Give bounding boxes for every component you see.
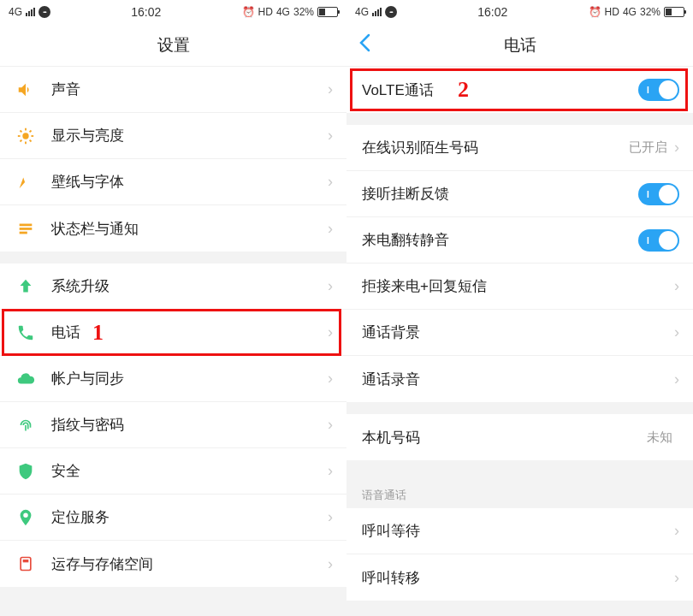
section-header: 语音通话 [346,472,693,508]
chevron-right-icon: › [328,173,333,191]
network-label: 4G [9,6,22,18]
network-label: 4G [355,6,369,18]
phone-row[interactable]: VoLTE通话2 [346,67,693,113]
phone-row[interactable]: 通话录音› [346,356,693,402]
phone-icon [15,323,36,343]
net-type: 4G [276,6,290,18]
row-label: 通话背景 [362,323,674,342]
annotation-number: 2 [458,77,469,103]
settings-row-fingerprint[interactable]: 指纹与密码› [0,402,346,448]
settings-row-wallpaper[interactable]: 壁纸与字体› [0,159,346,205]
hd-label: HD [258,6,273,18]
settings-row-cloud[interactable]: 帐户与同步› [0,356,346,402]
row-label: 本机号码 [362,428,647,447]
settings-list[interactable]: 声音›显示与亮度›壁纸与字体›状态栏与通知›系统升级›电话›1帐户与同步›指纹与… [0,67,346,616]
row-label: 拒接来电+回复短信 [362,276,674,296]
chevron-right-icon: › [328,80,333,98]
svg-line-5 [20,130,21,132]
phone-row[interactable]: 在线识别陌生号码已开启› [346,125,693,171]
phone-row[interactable]: 来电翻转静音 [346,217,693,264]
chevron-right-icon: › [328,370,333,388]
svg-rect-9 [20,224,33,227]
page-title: 设置 [157,34,190,56]
status-time: 16:02 [477,5,507,19]
battery-icon [317,7,338,17]
battery-pct: 32% [293,6,314,18]
chevron-right-icon: › [328,462,333,480]
annotation-number: 1 [92,320,104,346]
row-label: 状态栏与通知 [51,219,328,239]
row-label: 定位服务 [51,507,328,527]
svg-line-6 [30,139,32,141]
chat-icon [385,6,397,18]
storage-icon [15,554,36,574]
phone-row[interactable]: 呼叫等待› [346,508,693,554]
phone-row[interactable]: 通话背景› [346,310,693,356]
chevron-right-icon: › [328,416,333,434]
chevron-right-icon: › [674,323,679,341]
phone-settings-list[interactable]: VoLTE通话2在线识别陌生号码已开启›接听挂断反馈来电翻转静音拒接来电+回复短… [346,67,693,616]
cloud-icon [15,369,36,389]
chevron-right-icon: › [328,127,333,145]
row-label: 通话录音 [362,370,674,389]
svg-rect-13 [23,560,29,562]
row-label: VoLTE通话 [362,80,638,100]
phone-row[interactable]: 呼叫转移› [346,554,693,601]
phone-settings-screen: 4G 16:02 ⏰ HD 4G 32% 电话 VoLTE通话2在线识别陌生号码… [346,0,693,616]
phone-row[interactable]: 拒接来电+回复短信› [346,264,693,310]
toggle-switch[interactable] [638,183,679,205]
location-icon [15,507,36,528]
signal-icon [26,8,35,16]
battery-pct: 32% [640,6,660,18]
svg-point-0 [22,133,28,139]
row-label: 呼叫等待 [362,521,674,541]
security-icon [15,461,36,482]
svg-rect-11 [20,232,27,234]
toggle-switch[interactable] [638,229,679,252]
page-title: 电话 [504,34,536,56]
alarm-icon: ⏰ [589,6,601,18]
settings-row-phone[interactable]: 电话›1 [0,310,346,356]
svg-line-7 [20,139,21,141]
settings-row-location[interactable]: 定位服务› [0,495,346,541]
settings-screen: 4G 16:02 ⏰ HD 4G 32% 设置 声音›显示与亮度›壁纸与字体›状… [0,0,346,616]
header: 电话 [346,24,693,67]
settings-row-upgrade[interactable]: 系统升级› [0,264,346,310]
row-label: 来电翻转静音 [362,230,638,250]
chevron-right-icon: › [328,555,333,573]
row-label: 声音 [51,80,328,99]
settings-row-security[interactable]: 安全› [0,448,346,495]
status-bar: 4G 16:02 ⏰ HD 4G 32% [0,0,346,24]
row-label: 指纹与密码 [51,415,328,435]
back-button[interactable] [358,33,370,57]
svg-rect-12 [21,558,31,571]
settings-row-sound[interactable]: 声音› [0,67,346,113]
chevron-right-icon: › [328,220,333,238]
chevron-right-icon: › [328,323,333,341]
sound-icon [15,80,36,100]
hd-label: HD [605,6,619,18]
fingerprint-icon [15,415,36,435]
row-label: 显示与亮度 [51,126,328,145]
row-label: 帐户与同步 [51,369,328,388]
toggle-switch[interactable] [638,79,679,101]
signal-icon [372,8,382,16]
battery-icon [664,7,684,17]
row-label: 呼叫转移 [362,568,674,588]
row-value: 已开启 [629,139,667,156]
phone-row[interactable]: 本机号码未知 [346,414,693,460]
settings-row-brightness[interactable]: 显示与亮度› [0,113,346,159]
row-label: 安全 [51,461,328,481]
settings-row-storage[interactable]: 运存与存储空间› [0,541,346,587]
row-label: 壁纸与字体 [51,172,328,192]
status-bar: 4G 16:02 ⏰ HD 4G 32% [346,0,693,24]
phone-row[interactable]: 接听挂断反馈 [346,171,693,217]
settings-row-notification[interactable]: 状态栏与通知› [0,205,346,252]
row-label: 系统升级 [51,276,328,296]
chevron-right-icon: › [328,277,333,295]
status-time: 16:02 [131,5,161,19]
header: 设置 [0,24,346,67]
svg-rect-10 [20,228,33,230]
row-value: 未知 [647,429,672,446]
chevron-right-icon: › [674,370,679,388]
